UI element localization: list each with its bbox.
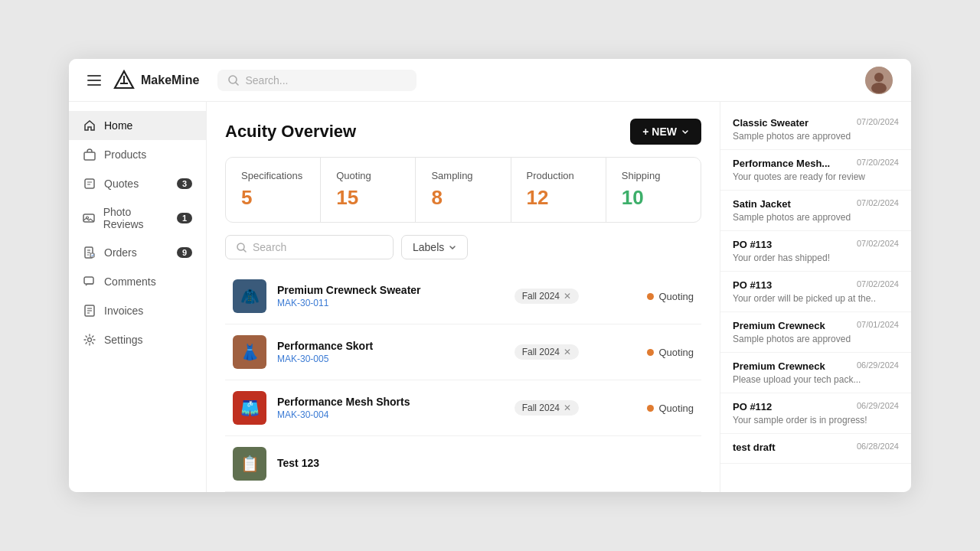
product-list: 🧥Premium Crewneck SweaterMAK-30-011Fall …	[225, 269, 701, 492]
product-tag[interactable]: Fall 2024✕	[514, 289, 579, 304]
notif-header: Satin Jacket 07/02/2024	[733, 198, 899, 210]
notif-desc: Sample photos are approved	[733, 131, 899, 142]
filter-search	[225, 235, 394, 259]
notif-date: 06/29/2024	[857, 401, 899, 412]
menu-icon[interactable]	[87, 75, 101, 86]
product-tag[interactable]: Fall 2024✕	[514, 400, 579, 416]
notification-item[interactable]: PO #112 06/29/2024 Your sample order is …	[720, 393, 911, 434]
product-sku: MAK-30-005	[277, 354, 514, 364]
avatar[interactable]	[865, 67, 893, 94]
svg-rect-22	[84, 277, 93, 284]
search-input[interactable]	[245, 74, 398, 86]
sidebar-item-settings[interactable]: Settings	[69, 325, 206, 354]
svg-rect-1	[87, 80, 101, 81]
status-dot	[647, 349, 654, 356]
sidebar: Home Products	[69, 102, 207, 492]
home-icon	[83, 119, 96, 132]
photo-icon	[83, 211, 96, 225]
stat-card-specifications[interactable]: Specifications 5	[226, 158, 321, 222]
new-button[interactable]: + NEW	[630, 119, 701, 145]
notif-title: Classic Sweater	[733, 117, 808, 129]
notification-item[interactable]: Premium Crewneck 07/01/2024 Sample photo…	[720, 312, 911, 353]
sidebar-label-photo-reviews: Photo Reviews	[103, 206, 169, 230]
search-bar	[217, 70, 416, 91]
photo-reviews-badge: 1	[177, 213, 192, 223]
sidebar-label-orders: Orders	[104, 246, 137, 259]
tag-remove-icon[interactable]: ✕	[564, 347, 571, 357]
sidebar-item-invoices[interactable]: Invoices	[69, 296, 206, 325]
notif-title: PO #112	[733, 401, 772, 412]
stat-card-shipping[interactable]: Shipping 10	[606, 158, 701, 222]
sidebar-item-products[interactable]: Products	[69, 140, 206, 169]
search-icon	[228, 75, 239, 86]
stat-value-quoting: 15	[336, 186, 400, 210]
stat-value-production: 12	[527, 186, 590, 210]
sidebar-item-quotes[interactable]: Quotes 3	[69, 169, 206, 198]
notif-title: PO #113	[733, 279, 772, 291]
logo-area: MakeMine	[113, 70, 199, 91]
quotes-badge: 3	[177, 178, 192, 189]
sidebar-item-comments[interactable]: Comments	[69, 267, 206, 296]
notification-item[interactable]: test draft 06/28/2024	[720, 434, 911, 464]
products-icon	[83, 148, 96, 161]
orders-badge: 9	[177, 247, 192, 258]
product-name: Performance Mesh Shorts	[277, 396, 514, 408]
stat-card-quoting[interactable]: Quoting 15	[321, 158, 416, 222]
sidebar-item-photo-reviews[interactable]: Photo Reviews 1	[69, 198, 206, 238]
notification-item[interactable]: PO #113 07/02/2024 Your order has shippe…	[720, 231, 911, 272]
product-info: Performance SkortMAK-30-005	[277, 340, 514, 364]
notification-item[interactable]: Performance Mesh... 07/20/2024 Your quot…	[720, 150, 911, 191]
notif-desc: Sample photos are approved	[733, 334, 899, 344]
product-thumbnail: 📋	[233, 447, 266, 481]
sidebar-item-home[interactable]: Home	[69, 111, 206, 140]
main-layout: Home Products	[69, 102, 911, 492]
settings-icon	[83, 333, 96, 347]
sidebar-label-comments: Comments	[104, 276, 156, 288]
svg-line-29	[243, 249, 246, 252]
sidebar-label-products: Products	[104, 148, 146, 161]
logo-icon	[113, 70, 135, 91]
stat-value-shipping: 10	[622, 186, 685, 210]
notification-item[interactable]: PO #113 07/02/2024 Your order will be pi…	[720, 272, 911, 312]
labels-button[interactable]: Labels	[401, 235, 468, 259]
stat-label-production: Production	[527, 170, 590, 181]
notif-title: PO #113	[733, 239, 772, 250]
notif-date: 07/01/2024	[857, 320, 899, 331]
filter-search-input[interactable]	[253, 241, 368, 253]
notification-item[interactable]: Classic Sweater 07/20/2024 Sample photos…	[720, 109, 911, 150]
table-row[interactable]: 👗Performance SkortMAK-30-005Fall 2024✕Qu…	[225, 324, 701, 380]
status-text: Quoting	[658, 347, 694, 358]
svg-point-9	[874, 73, 884, 82]
notif-header: PO #113 07/02/2024	[733, 239, 899, 250]
table-row[interactable]: 🧥Premium Crewneck SweaterMAK-30-011Fall …	[225, 269, 701, 324]
invoices-icon	[83, 304, 96, 318]
table-row[interactable]: 🩳Performance Mesh ShortsMAK-30-004Fall 2…	[225, 380, 701, 436]
filter-search-icon	[237, 243, 247, 253]
status-dot	[647, 405, 654, 412]
right-panel: Classic Sweater 07/20/2024 Sample photos…	[720, 102, 911, 492]
product-info: Premium Crewneck SweaterMAK-30-011	[277, 284, 514, 308]
notif-header: PO #112 06/29/2024	[733, 401, 899, 412]
product-tag[interactable]: Fall 2024✕	[514, 344, 579, 360]
stat-card-production[interactable]: Production 12	[511, 158, 606, 222]
content-area: Acuity Overview + NEW Specifications 5 Q…	[207, 102, 720, 492]
filter-row: Labels	[225, 235, 701, 259]
notification-item[interactable]: Satin Jacket 07/02/2024 Sample photos ar…	[720, 191, 911, 231]
orders-icon	[83, 246, 96, 259]
sidebar-item-orders[interactable]: Orders 9	[69, 238, 206, 267]
notif-title: test draft	[733, 442, 776, 453]
tag-remove-icon[interactable]: ✕	[564, 403, 571, 413]
product-thumbnail: 🧥	[233, 279, 266, 313]
stat-card-sampling[interactable]: Sampling 8	[416, 158, 511, 222]
notif-title: Performance Mesh...	[733, 158, 830, 169]
notif-title: Premium Crewneck	[733, 320, 825, 331]
notification-item[interactable]: Premium Crewneck 06/29/2024 Please uploa…	[720, 353, 911, 393]
table-row[interactable]: 📋Test 123	[225, 436, 701, 492]
tag-remove-icon[interactable]: ✕	[564, 291, 571, 302]
product-thumbnail: 👗	[233, 335, 266, 369]
status-text: Quoting	[658, 291, 694, 302]
notif-header: Classic Sweater 07/20/2024	[733, 117, 899, 129]
product-thumbnail: 🩳	[233, 391, 266, 425]
quotes-icon	[83, 177, 96, 191]
notif-desc: Your quotes are ready for review	[733, 171, 899, 182]
